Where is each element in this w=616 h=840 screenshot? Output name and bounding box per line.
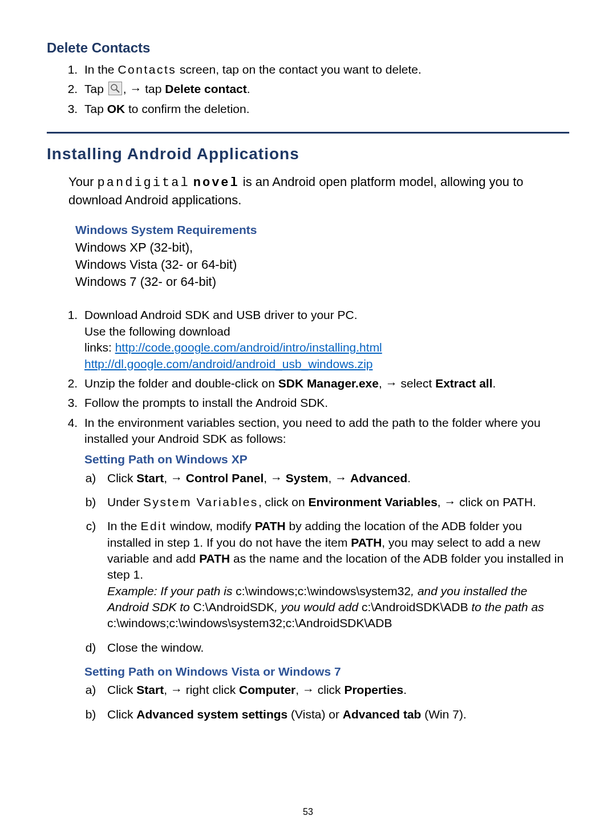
link-sdk-install[interactable]: http://code.google.com/android/intro/ins… [115, 341, 382, 354]
heading-path-vista: Setting Path on Windows Vista or Windows… [84, 664, 569, 680]
text: Tap [84, 82, 107, 95]
ui-term: System Variables [143, 495, 258, 508]
page-number: 53 [0, 807, 616, 817]
text: . [403, 683, 407, 696]
bold-text: Start [136, 683, 164, 696]
text: Unzip the folder and double-click on [84, 377, 278, 390]
path-text: c:\windows;c:\windows\system32 [236, 584, 411, 597]
bold-text: SDK Manager.exe [278, 377, 379, 390]
arrow-icon: → [335, 471, 347, 484]
text: Click [107, 683, 136, 696]
text: screen, tap on the contact you want to d… [176, 63, 422, 76]
text: Download Android SDK and USB driver to y… [84, 308, 358, 321]
path-text: c:\windows;c:\windows\system32;c:\Androi… [107, 616, 392, 629]
section-divider [47, 132, 569, 134]
step-item: Tap , → tap Delete contact. [81, 81, 569, 97]
bold-text: PATH [351, 536, 382, 549]
text: Under [107, 495, 143, 508]
heading-path-xp: Setting Path on Windows XP [84, 451, 569, 467]
bold-text: Advanced [350, 471, 407, 484]
arrow-icon: → [270, 471, 282, 484]
path-text: c:\AndroidSDK\ADB [362, 600, 468, 613]
example-text: Example: If your path is [107, 584, 236, 597]
heading-delete-contacts: Delete Contacts [47, 40, 569, 56]
brand-pandigital: pandigital [98, 176, 190, 190]
bold-text: Control Panel [186, 471, 264, 484]
text: to confirm the deletion. [125, 102, 249, 115]
text: , [123, 82, 130, 95]
arrow-icon: → [444, 495, 456, 508]
text: window, modify [167, 519, 255, 532]
bold-text: Environment Variables [308, 495, 437, 508]
example-text: to the path as [468, 600, 544, 613]
link-usb-driver[interactable]: http://dl.google.com/android/android_usb… [84, 357, 373, 370]
bold-text: PATH [199, 552, 230, 565]
text: , [264, 471, 270, 484]
text: (Vista) or [287, 708, 342, 721]
text: click on PATH. [456, 495, 536, 508]
req-line: Windows 7 (32- or 64-bit) [75, 273, 569, 290]
step-item: In the environment variables section, yo… [81, 415, 569, 723]
text: . [493, 377, 496, 390]
requirements-block: Windows System Requirements Windows XP (… [75, 223, 569, 290]
bold-text: Extract all [435, 377, 492, 390]
substep-item: Click Start, → right click Computer, → c… [103, 682, 569, 698]
arrow-icon: → [302, 683, 314, 696]
bold-text: OK [107, 102, 125, 115]
document-page: Delete Contacts In the Contacts screen, … [0, 0, 616, 840]
bold-text: Start [136, 471, 164, 484]
text: In the environment variables section, yo… [84, 416, 541, 445]
text: Your [68, 175, 98, 189]
svg-line-1 [116, 90, 119, 92]
text: Close the window. [107, 641, 204, 654]
bold-text: Computer [239, 683, 295, 696]
text: Tap [84, 102, 107, 115]
text: In the [107, 519, 140, 532]
example-text: , you would add [274, 600, 362, 613]
text: select [398, 377, 436, 390]
arrow-icon: → [171, 471, 183, 484]
delete-contacts-steps: In the Contacts screen, tap on the conta… [47, 62, 569, 117]
heading-win-sys-req: Windows System Requirements [75, 223, 569, 237]
bold-text: System [286, 471, 329, 484]
bold-text: PATH [255, 519, 286, 532]
brand-novel: novel [193, 176, 240, 190]
text: Follow the prompts to install the Androi… [84, 396, 328, 409]
step-item: Tap OK to confirm the deletion. [81, 101, 569, 117]
text: , [437, 495, 444, 508]
text: , [379, 377, 386, 390]
text: , click on [258, 495, 309, 508]
arrow-icon: → [386, 377, 398, 390]
bold-text: Delete contact [165, 82, 247, 95]
substep-item: Click Advanced system settings (Vista) o… [103, 706, 569, 722]
arrow-icon: → [129, 82, 141, 95]
svg-point-0 [111, 84, 117, 90]
text: Click [107, 708, 136, 721]
bold-text: Advanced system settings [136, 708, 287, 721]
path-text: C:\AndroidSDK [193, 600, 274, 613]
text: right click [183, 683, 239, 696]
install-steps: Download Android SDK and USB driver to y… [47, 307, 569, 722]
intro-paragraph: Your pandigital novel is an Android open… [68, 173, 569, 208]
arrow-icon: → [171, 683, 183, 696]
text: . [247, 82, 250, 95]
step-item: Follow the prompts to install the Androi… [81, 395, 569, 411]
vista-substeps: Click Start, → right click Computer, → c… [84, 682, 569, 722]
heading-installing-android: Installing Android Applications [47, 145, 569, 163]
step-item: Download Android SDK and USB driver to y… [81, 307, 569, 371]
req-line: Windows Vista (32- or 64-bit) [75, 256, 569, 273]
bold-text: Advanced tab [343, 708, 422, 721]
text: In the [84, 63, 117, 76]
step-item: Unzip the folder and double-click on SDK… [81, 375, 569, 391]
substep-item: Close the window. [103, 640, 569, 656]
text: , [164, 471, 171, 484]
step-item: In the Contacts screen, tap on the conta… [81, 62, 569, 78]
text: , [328, 471, 335, 484]
req-line: Windows XP (32-bit), [75, 239, 569, 256]
text: tap [141, 82, 165, 95]
text: , [295, 683, 302, 696]
text: links: [84, 341, 115, 354]
substep-item: In the Edit window, modify PATH by addin… [103, 518, 569, 631]
text: Use the following download [84, 325, 230, 338]
text: Click [107, 471, 136, 484]
